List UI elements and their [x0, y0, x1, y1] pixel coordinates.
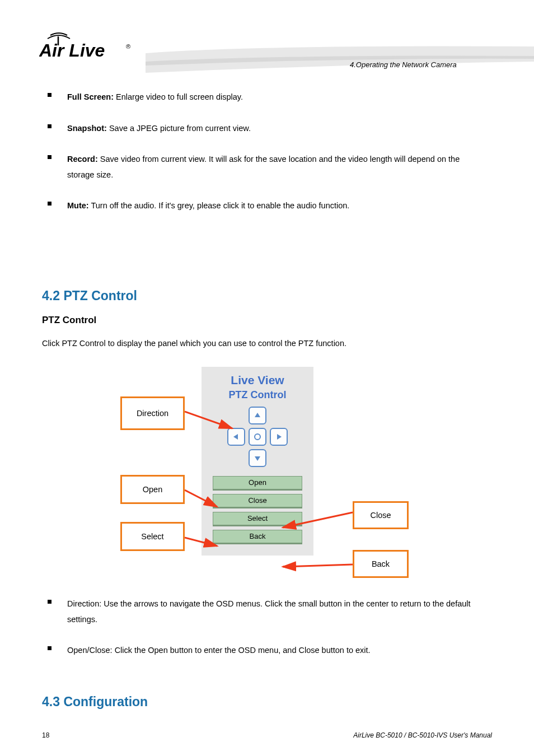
callout-close: Close [353, 501, 409, 529]
footer-manual-title: AirLive BC-5010 / BC-5010-IVS User's Man… [353, 731, 492, 739]
arrow-right-button[interactable] [270, 428, 288, 446]
back-button[interactable]: Back [213, 530, 302, 544]
bullet-icon [48, 93, 51, 97]
header-swoosh [146, 42, 534, 76]
open-button[interactable]: Open [213, 476, 302, 491]
chapter-label: 4.Operating the Network Camera [350, 60, 457, 70]
close-button[interactable]: Close [213, 494, 302, 508]
list-item-desc: Save video from current view. It will as… [67, 155, 460, 179]
arrow-left-button[interactable] [227, 428, 245, 446]
list-item-label: Mute: [67, 201, 89, 210]
list-item-desc: Save a JPEG picture from current view. [107, 124, 251, 133]
footer-page-number: 18 [42, 731, 49, 739]
list-item: Direction: Use the arrows to navigate th… [48, 596, 484, 627]
callout-select: Select [120, 522, 185, 551]
airlive-logo: Air Live ® [39, 31, 146, 64]
bullet-icon [48, 646, 51, 650]
section-subheading: PTZ Control [42, 315, 96, 326]
ptz-heading: Live View [202, 374, 313, 387]
svg-point-2 [255, 434, 260, 440]
list-item: Snapshot: Save a JPEG picture from curre… [48, 121, 484, 137]
page: Air Live ® 4.Operating the Network Camer… [0, 0, 534, 756]
svg-text:®: ® [126, 43, 130, 50]
list-item-label: Snapshot: [67, 124, 107, 133]
list-item-label: Open/Close: [67, 646, 113, 655]
list-item-desc: Turn off the audio. If it's grey, please… [89, 201, 350, 210]
svg-line-7 [283, 564, 353, 567]
select-button[interactable]: Select [213, 512, 302, 526]
list-item: Open/Close: Click the Open button to ent… [48, 643, 484, 659]
arrow-down-button[interactable] [249, 449, 266, 467]
section-heading: 4.2 PTZ Control [42, 288, 137, 304]
list-item-desc: Click the Open button to enter the OSD m… [113, 646, 371, 655]
section-title: PTZ Control [63, 288, 137, 303]
section2-number: 4.3 [42, 694, 63, 709]
svg-text:Air Live: Air Live [39, 40, 105, 60]
bullet-icon [48, 155, 51, 159]
section2-title: Configuration [63, 694, 148, 709]
list-item-desc: Enlarge video to full screen display. [114, 92, 243, 101]
list-item: Record: Save video from current view. It… [48, 152, 484, 183]
bullet-icon [48, 202, 51, 206]
section-paragraph: Click PTZ Control to display the panel w… [42, 336, 484, 351]
section-number: 4.2 [42, 288, 63, 303]
list-item-label: Full Screen: [67, 92, 114, 101]
section2-heading: 4.3 Configuration [42, 694, 148, 710]
bottom-bullets: Direction: Use the arrows to navigate th… [48, 596, 484, 674]
dpad [224, 407, 291, 467]
ptz-subheading: PTZ Control [202, 389, 313, 401]
home-button[interactable] [249, 428, 266, 446]
list-item: Full Screen: Enlarge video to full scree… [48, 90, 484, 105]
list-item-label: Direction: [67, 599, 101, 608]
callout-direction: Direction [120, 396, 185, 430]
callout-back: Back [353, 550, 409, 578]
ptz-panel: Live View PTZ Control Open Close Select … [202, 367, 313, 556]
list-item-label: Record: [67, 155, 98, 164]
list-item: Mute: Turn off the audio. If it's grey, … [48, 198, 484, 214]
callout-open: Open [120, 475, 185, 504]
top-bullets: Full Screen: Enlarge video to full scree… [48, 90, 484, 230]
bullet-icon [48, 124, 51, 128]
callout-arrow [280, 560, 355, 574]
list-item-desc: Use the arrows to navigate the OSD menus… [67, 599, 471, 624]
bullet-icon [48, 600, 51, 604]
arrow-up-button[interactable] [249, 407, 266, 424]
